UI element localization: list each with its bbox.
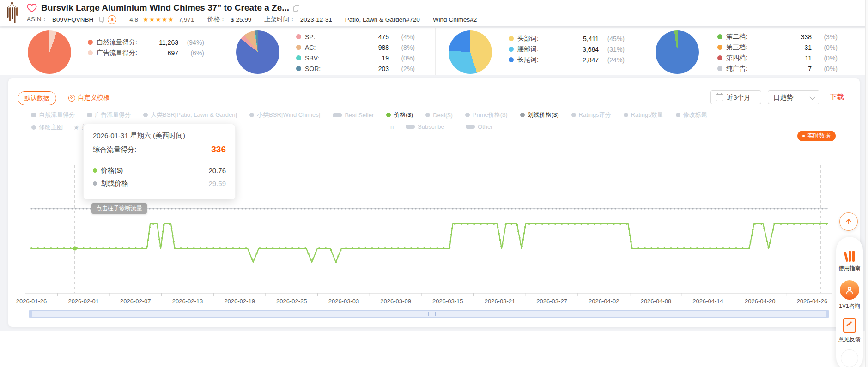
keyword-tier-panel: 头部词: 5,411 (45%) 腰部词: 3,684 (31%) 长尾词: — [435, 28, 647, 75]
legend-percent: (4%) — [393, 33, 415, 41]
download-link[interactable]: 下载 — [830, 92, 844, 102]
more-floating-button[interactable] — [841, 349, 858, 367]
x-axis-tick-label: 2026-04-08 — [641, 298, 672, 305]
listed-label: 上架时间： — [264, 15, 296, 24]
tooltip-price-value: 20.76 — [208, 167, 226, 174]
diagnose-hint-pill[interactable]: 点击柱子诊断流量 — [91, 203, 147, 214]
legend-label: 第二档: — [726, 33, 784, 41]
pie-legend-row: 头部词: 5,411 (45%) — [509, 34, 625, 43]
datazoom-grip[interactable] — [428, 312, 436, 316]
trend-granularity-select[interactable]: 日趋势 — [768, 90, 819, 104]
series-legend-marker — [676, 113, 680, 117]
datazoom-left-handle[interactable] — [29, 310, 32, 318]
legend-percent: (0%) — [815, 54, 838, 62]
series-legend-item[interactable]: 修改主图 — [31, 123, 63, 132]
back-to-top-button[interactable] — [839, 212, 858, 231]
date-range-label: 近3个月 — [727, 93, 751, 102]
legend-label: 长尾词: — [517, 56, 571, 64]
chart-tooltip: 2026-01-31 星期六 (美西时间) 综合流量得分: 336 价格($) … — [83, 124, 236, 199]
series-legend-item[interactable]: 广告流量得分 — [87, 111, 131, 119]
page-scrollbar[interactable] — [865, 0, 868, 367]
date-range-button[interactable]: 近3个月 — [710, 90, 761, 104]
series-legend-marker — [143, 113, 148, 117]
default-data-button[interactable]: 默认数据 — [18, 91, 56, 105]
series-legend-item[interactable]: Prime价格($) — [465, 111, 508, 119]
series-legend-marker — [624, 113, 628, 117]
arrow-up-icon — [845, 218, 852, 225]
legend-value: 7 — [788, 65, 812, 72]
x-axis-tick-label: 2026-03-27 — [536, 298, 567, 305]
series-legend-label: Ratings数量 — [631, 111, 663, 119]
legend-percent: (3%) — [815, 33, 838, 41]
tooltip-score-label: 综合流量得分: — [93, 145, 136, 154]
series-legend-marker — [465, 113, 470, 117]
series-legend-marker — [333, 113, 342, 117]
wind-chime-image — [4, 2, 20, 24]
series-legend-label: Other — [478, 123, 493, 130]
product-title: Bursvik Large Aluminium Wind Chimes 37" … — [41, 3, 289, 13]
organic-ad-pie-chart[interactable] — [28, 30, 71, 74]
series-legend-item[interactable]: Other — [466, 123, 493, 130]
x-axis-tick-label: 2026-03-21 — [485, 298, 516, 305]
title-row: Bursvik Large Aluminium Wind Chimes 37" … — [27, 2, 298, 14]
legend-color-dot — [717, 55, 722, 60]
x-axis-tick-label: 2026-01-26 — [16, 298, 47, 305]
legend-value: 31 — [788, 44, 812, 51]
tooltip-strike-row: 划线价格 29.59 — [93, 179, 226, 188]
datazoom-slider[interactable] — [29, 310, 829, 318]
x-axis-tick-label: 2026-02-01 — [68, 298, 99, 305]
series-legend-item[interactable]: Ratings评分 — [571, 111, 611, 119]
legend-value: 697 — [154, 49, 178, 57]
amazon-link-icon[interactable]: a — [108, 15, 116, 24]
price-value: $ 25.99 — [231, 16, 251, 23]
legend-label: 腰部词: — [517, 45, 571, 54]
rank-tier-pie-chart[interactable] — [656, 30, 699, 74]
feedback-button[interactable]: 意见反馈 — [838, 318, 861, 343]
chevron-down-icon — [810, 94, 816, 100]
copy-title-icon[interactable] — [293, 5, 298, 11]
x-axis-tick-label: 2026-04-26 — [797, 298, 828, 305]
legend-label: 广告流量得分: — [97, 49, 151, 57]
realtime-data-badge[interactable]: 实时数据 — [797, 131, 836, 141]
x-axis-tick-label: 2026-02-07 — [120, 298, 151, 305]
series-legend-label: 大类BSR[Patio, Lawn & Garden] — [151, 111, 237, 119]
custom-template-button[interactable]: 自定义模板 — [68, 92, 110, 103]
copy-asin-icon[interactable] — [98, 17, 103, 23]
organic-ad-traffic-panel: 自然流量得分: 11,263 (94%) 广告流量得分: 697 (6%) — [0, 28, 223, 75]
favorite-heart-icon[interactable] — [27, 3, 37, 12]
series-legend-item[interactable]: 自然流量得分 — [31, 111, 75, 119]
x-axis-tick-label: 2026-02-13 — [172, 298, 203, 305]
series-legend-item[interactable]: n — [390, 123, 394, 130]
datazoom-right-handle[interactable] — [826, 310, 829, 318]
consult-button[interactable]: 1V1咨询 — [839, 280, 860, 310]
legend-color-dot — [717, 66, 722, 71]
ad-type-pie-chart[interactable] — [236, 30, 279, 74]
legend-value: 11,263 — [154, 39, 178, 46]
series-legend-item[interactable]: Deal($) — [425, 111, 453, 119]
series-legend-label: Prime价格($) — [473, 111, 508, 119]
legend-percent: (45%) — [602, 35, 625, 42]
legend-percent: (0%) — [815, 44, 838, 51]
series-legend-item[interactable]: 价格($) — [386, 111, 413, 119]
legend-label: 第三档: — [726, 43, 784, 52]
series-legend-marker — [31, 125, 36, 130]
series-legend-item[interactable]: 大类BSR[Patio, Lawn & Garden] — [143, 111, 237, 119]
series-legend-item[interactable]: Ratings数量 — [624, 111, 663, 119]
app-root: 西柚找词 Bursvik Large Aluminium Wind Chimes… — [0, 0, 868, 367]
keyword-analysis-section: ASIN关键词数量分析 近3个月 对新版反查关键词功能进行评分: ☆ ☆ ☆ ☆… — [0, 331, 868, 367]
legend-label: SP: — [305, 33, 361, 41]
product-thumbnail[interactable] — [4, 2, 20, 24]
series-legend-item[interactable]: Subscribe — [406, 123, 444, 130]
pie-legend: SP: 475 (4%) AC: 988 (8%) SBV: — [296, 32, 415, 73]
series-legend-item[interactable]: Best Seller — [333, 111, 374, 119]
pie-legend-row: 第四档: 11 (0%) — [717, 54, 838, 62]
x-axis-tick-label: 2026-04-14 — [692, 298, 723, 305]
consult-person-icon — [840, 280, 859, 300]
series-legend-item[interactable]: 修改标题 — [676, 111, 707, 119]
series-legend-item[interactable]: 小类BSR[Wind Chimes] — [249, 111, 320, 119]
series-legend-label: Ratings评分 — [579, 111, 611, 119]
keyword-tier-pie-chart[interactable] — [449, 30, 492, 74]
guide-button[interactable]: 使用指南 — [838, 250, 861, 272]
series-legend-marker — [466, 125, 475, 129]
series-legend-item[interactable]: 划线价格($) — [520, 111, 559, 119]
